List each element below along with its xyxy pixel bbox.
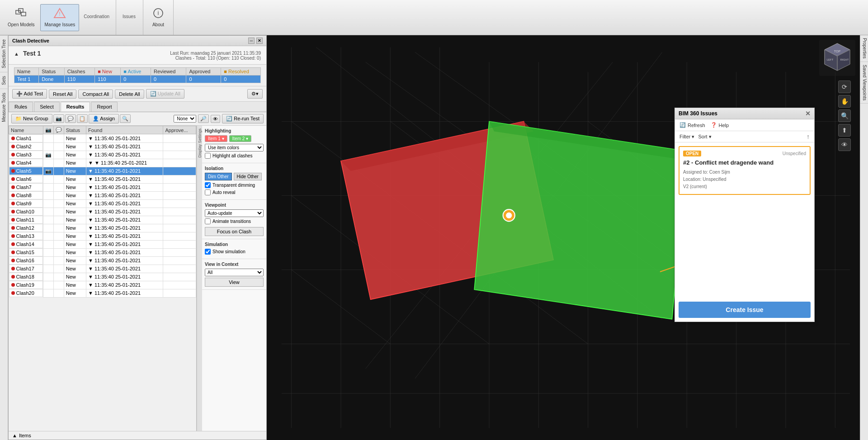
icon-btn-3[interactable]: 📋 (77, 114, 88, 123)
rerun-test-button[interactable]: 🔄 Re-run Test (222, 114, 264, 123)
auto-reveal-checkbox[interactable] (205, 189, 211, 195)
test-table-row[interactable]: Test 1 Done 110 110 0 0 0 0 (14, 76, 261, 83)
show-simulation-row[interactable]: Show simulation (205, 249, 264, 255)
sidebar-tab-properties[interactable]: Properties (860, 35, 868, 62)
clash-row-approve (163, 142, 196, 151)
highlight-all-row[interactable]: Highlight all clashes (205, 153, 264, 159)
show-simulation-checkbox[interactable] (205, 249, 211, 255)
update-all-button[interactable]: 🔄 Update All (146, 89, 184, 99)
dim-other-button[interactable]: Dim Other (205, 173, 232, 180)
bim360-share-button[interactable]: ↑ (807, 133, 810, 140)
compact-all-button[interactable]: Compact All (78, 90, 113, 99)
filter-icon-button[interactable]: 🔍 (120, 114, 131, 123)
clash-table-row[interactable]: Clash19 New ▼ 11:35:40 25-01-2021 (9, 281, 196, 289)
reset-all-button[interactable]: Reset All (49, 90, 76, 99)
bim360-filter-button[interactable]: Filter ▾ (679, 134, 694, 140)
sidebar-tab-saved-viewpoints[interactable]: Saved Viewpoints (860, 62, 868, 104)
transparent-dimming-checkbox[interactable] (205, 182, 211, 188)
look-icon[interactable]: 👁 (838, 138, 851, 151)
highlight-all-checkbox[interactable] (205, 153, 211, 159)
viewpoint-select[interactable]: Auto-update (205, 209, 264, 217)
sidebar-tab-selection-tree[interactable]: Selection Tree (0, 35, 8, 72)
item1-badge[interactable]: Item 1 ▾ (205, 135, 227, 142)
settings-button[interactable]: ⚙▾ (247, 89, 263, 99)
clash-row-camera (43, 199, 53, 208)
bim360-refresh-button[interactable]: 🔄 Refresh (679, 122, 705, 128)
item-colors-select[interactable]: Use item colors (205, 144, 264, 151)
icon-view-btn[interactable]: 👁 (211, 115, 220, 123)
focus-on-clash-button[interactable]: Focus on Clash (205, 227, 264, 236)
delete-all-button[interactable]: Delete All (115, 90, 144, 99)
icon-zoom-btn[interactable]: 🔎 (198, 114, 209, 123)
new-group-button[interactable]: 📁 New Group (11, 114, 52, 123)
clash-table-row[interactable]: Clash18 New ▼ 11:35:40 25-01-2021 (9, 273, 196, 281)
sidebar-tab-sets[interactable]: Sets (0, 72, 8, 89)
walk-icon[interactable]: ⬆ (838, 124, 851, 137)
icon-btn-1[interactable]: 📷 (53, 114, 64, 123)
assign-button[interactable]: 👤 Assign (89, 114, 119, 123)
viewport[interactable]: TOP RIGHT LEFT ⟳ ✋ 🔍 ⬆ 👁 BIM 360 Issues … (267, 35, 860, 440)
clash-table-row[interactable]: Clash16 New ▼ 11:35:40 25-01-2021 (9, 256, 196, 265)
hide-other-button[interactable]: Hide Other (234, 173, 262, 180)
context-select[interactable]: All (205, 269, 264, 276)
clash-row-approve (163, 199, 196, 208)
bim360-close-button[interactable]: ✕ (805, 110, 811, 117)
nav-cube[interactable]: TOP RIGHT LEFT (819, 40, 855, 76)
tab-select[interactable]: Select (34, 102, 60, 112)
clash-table-body: Clash1 New ▼ 11:35:40 25-01-2021 Clash2 … (9, 134, 196, 298)
clash-table-row[interactable]: Clash3 📷 New ▼ 11:35:40 25-01-2021 (9, 151, 196, 159)
clash-row-name: Clash8 (9, 191, 43, 199)
sort-dropdown-icon: ▾ (709, 134, 712, 140)
tab-results[interactable]: Results (61, 102, 90, 112)
transparent-dimming-row[interactable]: Transparent dimming (205, 182, 264, 188)
clash-table-row[interactable]: Clash8 New ▼ 11:35:40 25-01-2021 (9, 191, 196, 199)
clash-table-row[interactable]: Clash20 New ▼ 11:35:40 25-01-2021 (9, 289, 196, 297)
clash-table-row[interactable]: Clash2 New ▼ 11:35:40 25-01-2021 (9, 142, 196, 151)
clash-row-camera (43, 191, 53, 199)
manage-issues-button[interactable]: ! Manage Issues (40, 4, 79, 31)
create-issue-button[interactable]: Create Issue (679, 302, 811, 318)
clash-table-row[interactable]: Clash11 New ▼ 11:35:40 25-01-2021 (9, 216, 196, 224)
tab-rules[interactable]: Rules (9, 102, 33, 112)
clash-col-found: Found (86, 126, 163, 134)
clash-table-row[interactable]: Clash10 New ▼ 11:35:40 25-01-2021 (9, 208, 196, 216)
orbit-icon[interactable]: ⟳ (838, 80, 851, 93)
clash-row-comment (53, 142, 64, 151)
clash-table-row[interactable]: Clash5 📷 New ▼ 11:35:40 25-01-2021 (9, 167, 196, 175)
clash-list-container: Name 📷 💬 Status Found Approve... Clash1 (9, 126, 266, 431)
bim360-help-button[interactable]: ❓ Help (711, 122, 729, 128)
clash-table-row[interactable]: Clash9 New ▼ 11:35:40 25-01-2021 (9, 199, 196, 208)
pan-icon[interactable]: ✋ (838, 95, 851, 108)
icon-btn-2[interactable]: 💬 (65, 114, 76, 123)
clash-table-row[interactable]: Clash6 New ▼ 11:35:40 25-01-2021 (9, 175, 196, 183)
auto-reveal-row[interactable]: Auto reveal (205, 189, 264, 195)
clash-row-status: New (64, 216, 86, 224)
panel-close-button[interactable]: ✕ (256, 38, 263, 44)
bim360-issue-meta: Assigned to: Coen Sijm Location: Unspeci… (683, 169, 806, 190)
clash-table-row[interactable]: Clash1 New ▼ 11:35:40 25-01-2021 (9, 134, 196, 143)
clash-table-row[interactable]: Clash12 New ▼ 11:35:40 25-01-2021 (9, 224, 196, 232)
clash-table-row[interactable]: Clash14 New ▼ 11:35:40 25-01-2021 (9, 240, 196, 248)
open-models-button[interactable]: Open Models (4, 4, 38, 31)
clash-table-row[interactable]: Clash17 New ▼ 11:35:40 25-01-2021 (9, 265, 196, 273)
sidebar-tab-measure-tools[interactable]: Measure Tools (0, 89, 8, 126)
view-button[interactable]: View (205, 278, 264, 287)
about-button[interactable]: i About (147, 4, 170, 31)
none-select[interactable]: None (174, 115, 196, 123)
animate-transitions-row[interactable]: Animate transitions (205, 218, 264, 224)
bim360-issue-card[interactable]: OPEN Unspecified #2 - Conflict met drage… (679, 146, 811, 195)
panel-minimize-button[interactable]: ─ (248, 38, 255, 44)
clash-list[interactable]: Name 📷 💬 Status Found Approve... Clash1 (9, 126, 196, 431)
tab-report[interactable]: Report (91, 102, 118, 112)
add-test-button[interactable]: ➕ Add Test (12, 89, 47, 99)
clash-table-row[interactable]: Clash15 New ▼ 11:35:40 25-01-2021 (9, 248, 196, 256)
clash-table-row[interactable]: Clash7 New ▼ 11:35:40 25-01-2021 (9, 183, 196, 191)
clash-row-status: New (64, 175, 86, 183)
clash-table-row[interactable]: Clash4 New ▼ ▼ 11:35:40 25-01-2021 (9, 159, 196, 167)
animate-transitions-checkbox[interactable] (205, 218, 211, 224)
bim360-sort-button[interactable]: Sort ▾ (698, 134, 711, 140)
item2-badge[interactable]: Item 2 ▾ (229, 135, 252, 142)
clash-row-found: ▼ 11:35:40 25-01-2021 (86, 216, 163, 224)
zoom-icon[interactable]: 🔍 (838, 109, 851, 122)
clash-table-row[interactable]: Clash13 New ▼ 11:35:40 25-01-2021 (9, 232, 196, 240)
